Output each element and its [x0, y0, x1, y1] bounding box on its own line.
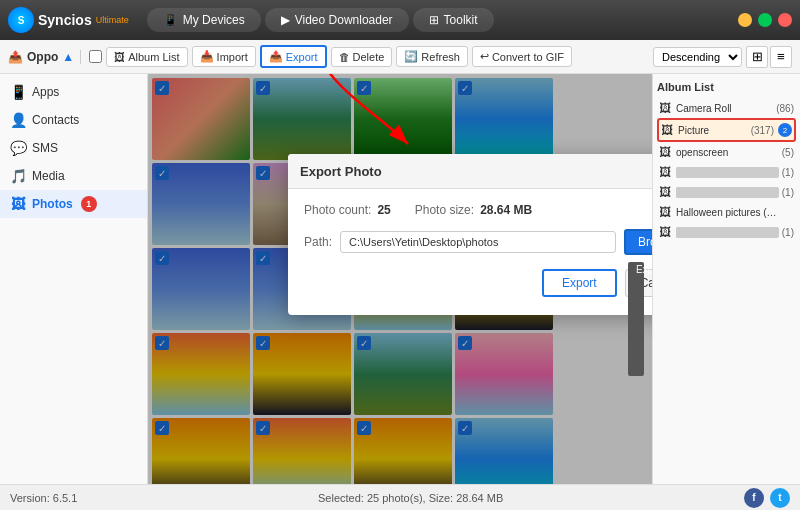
select-all-checkbox[interactable] [89, 50, 102, 63]
sidebar-item-sms[interactable]: 💬 SMS [0, 134, 147, 162]
nav-tabs: 📱 My Devices ▶ Video Downloader ⊞ Toolki… [147, 8, 494, 32]
modal-title: Export Photo [300, 164, 382, 179]
convert-icon: ↩ [480, 50, 489, 63]
album-icon: 🖼 [659, 101, 673, 115]
album-icon: 🖼 [114, 51, 125, 63]
version-text: Version: 6.5.1 [10, 492, 77, 504]
sidebar-item-apps[interactable]: 📱 Apps [0, 78, 147, 106]
list-view-button[interactable]: ≡ [770, 46, 792, 68]
modal-footer: Export Cancel [304, 269, 652, 301]
photo-size-label: Photo size: [415, 203, 474, 217]
album-item-halloween[interactable]: 🖼 Halloween pictures (… [657, 202, 796, 222]
album-icon: 🖼 [659, 185, 673, 199]
album-icon: 🖼 [659, 205, 673, 219]
import-icon: 📥 [200, 50, 214, 63]
refresh-icon: 🔄 [404, 50, 418, 63]
modal-info-row: Photo count: 25 Photo size: 28.64 MB [304, 203, 652, 217]
logo-icon: S [8, 7, 34, 33]
album-list-title: Album List [657, 78, 796, 98]
album-icon: 🖼 [659, 225, 673, 239]
facebook-icon[interactable]: f [744, 488, 764, 508]
sidebar: 📱 Apps 👤 Contacts 💬 SMS 🎵 Media 🖼 Photos… [0, 74, 148, 484]
view-toggle: ⊞ ≡ [746, 46, 792, 68]
modal-header: Export Photo ✕ [288, 154, 652, 189]
tab-my-devices[interactable]: 📱 My Devices [147, 8, 261, 32]
album-icon: 🖼 [659, 165, 673, 179]
sidebar-item-media[interactable]: 🎵 Media [0, 162, 147, 190]
device-icon: 📤 [8, 50, 23, 64]
apps-icon: 📱 [10, 84, 26, 100]
modal-body: Photo count: 25 Photo size: 28.64 MB Pat… [288, 189, 652, 315]
phone-icon: 📱 [163, 13, 178, 27]
path-input[interactable] [340, 231, 616, 253]
export-icon: 📤 [269, 50, 283, 63]
photo-size-info: Photo size: 28.64 MB [415, 203, 532, 217]
tab-video-downloader[interactable]: ▶ Video Downloader [265, 8, 409, 32]
main-layout: 📱 Apps 👤 Contacts 💬 SMS 🎵 Media 🖼 Photos… [0, 74, 800, 484]
album-badge: 2 [778, 123, 792, 137]
photo-count-label: Photo count: [304, 203, 371, 217]
sidebar-item-photos[interactable]: 🖼 Photos 1 [0, 190, 147, 218]
album-item-openscreen[interactable]: 🖼 openscreen (5) [657, 142, 796, 162]
photo-size-value: 28.64 MB [480, 203, 532, 217]
export-photo-modal: Export Photo ✕ Photo count: 25 Photo siz… [288, 154, 652, 315]
convert-gif-button[interactable]: ↩ Convert to GIF [472, 46, 572, 67]
minimize-button[interactable] [738, 13, 752, 27]
album-icon: 🖼 [661, 123, 675, 137]
import-button[interactable]: 📥 Import [192, 46, 256, 67]
delete-icon: 🗑 [339, 51, 350, 63]
tab-toolkit[interactable]: ⊞ Toolkit [413, 8, 494, 32]
status-right: f t [744, 488, 790, 508]
album-item-6[interactable]: 🖼 ████████ (1) [657, 222, 796, 242]
toolkit-icon: ⊞ [429, 13, 439, 27]
media-icon: 🎵 [10, 168, 26, 184]
sidebar-item-contacts[interactable]: 👤 Contacts [0, 106, 147, 134]
app-logo: S Syncios Ultimate [8, 7, 129, 33]
status-bar: Version: 6.5.1 Selected: 25 photo(s), Si… [0, 484, 800, 510]
sms-icon: 💬 [10, 140, 26, 156]
upload-icon: ▲ [62, 50, 74, 64]
album-list-button[interactable]: 🖼 Album List [106, 47, 187, 67]
photo-grid: ✓ ✓ ✓ ✓ ✓ ✓ ✓ ✓ ✓ ✓ ✓ [148, 74, 652, 484]
selected-status: Selected: 25 photo(s), Size: 28.64 MB [318, 492, 503, 504]
toolbar: 📤 Oppo ▲ 🖼 Album List 📥 Import 📤 Export … [0, 40, 800, 74]
window-controls [738, 13, 792, 27]
play-icon: ▶ [281, 13, 290, 27]
export-modal-button[interactable]: Export [542, 269, 617, 297]
export-button[interactable]: 📤 Export [260, 45, 327, 68]
photos-icon: 🖼 [10, 196, 26, 212]
maximize-button[interactable] [758, 13, 772, 27]
contacts-icon: 👤 [10, 112, 26, 128]
export-tooltip: Export photos to PC [628, 262, 644, 376]
modal-path-row: Path: Browse [304, 229, 652, 255]
app-name: Syncios [38, 12, 92, 28]
twitter-icon[interactable]: t [770, 488, 790, 508]
close-button[interactable] [778, 13, 792, 27]
album-item-camera-roll[interactable]: 🖼 Camera Roll (86) [657, 98, 796, 118]
top-bar: S Syncios Ultimate 📱 My Devices ▶ Video … [0, 0, 800, 40]
album-item-4[interactable]: 🖼 ████████ (1) [657, 182, 796, 202]
delete-button[interactable]: 🗑 Delete [331, 47, 393, 67]
album-item-picture[interactable]: 🖼 Picture (317) 2 [657, 118, 796, 142]
album-item-3[interactable]: 🖼 ████████ (1) [657, 162, 796, 182]
grid-view-button[interactable]: ⊞ [746, 46, 768, 68]
sort-select[interactable]: Descending [653, 47, 742, 67]
photo-count-info: Photo count: 25 [304, 203, 391, 217]
right-panel: Album List 🖼 Camera Roll (86) 🖼 Picture … [652, 74, 800, 484]
album-icon: 🖼 [659, 145, 673, 159]
browse-button[interactable]: Browse [624, 229, 652, 255]
photos-badge: 1 [81, 196, 97, 212]
app-tagline: Ultimate [96, 15, 129, 25]
path-label: Path: [304, 235, 332, 249]
refresh-button[interactable]: 🔄 Refresh [396, 46, 468, 67]
photo-count-value: 25 [377, 203, 390, 217]
device-name: 📤 Oppo ▲ [8, 50, 81, 64]
